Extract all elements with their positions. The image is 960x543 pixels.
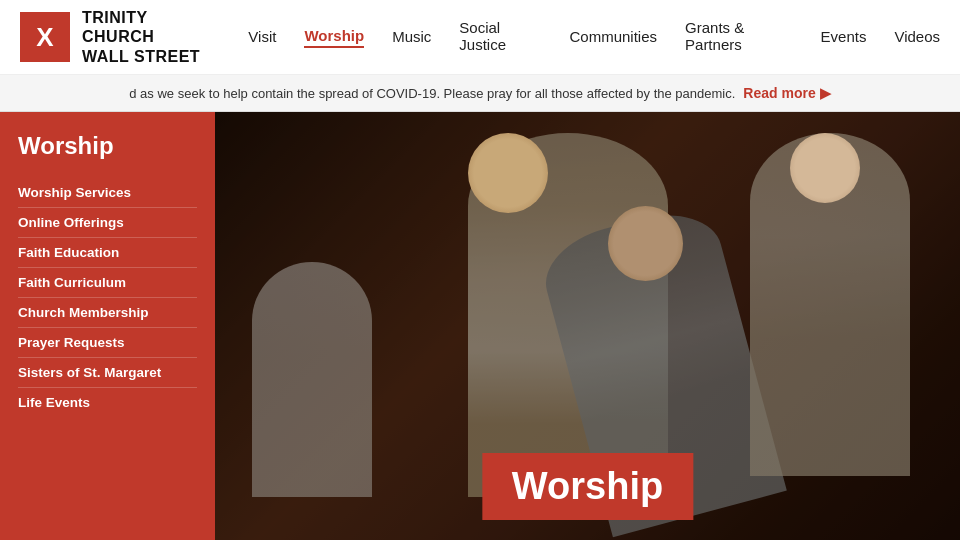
worship-sidebar: Worship Worship Services Online Offering… — [0, 112, 215, 540]
main-nav: Visit Worship Music Social Justice Commu… — [248, 19, 940, 55]
bowing-head — [608, 206, 683, 281]
sidebar-online-offerings[interactable]: Online Offerings — [18, 207, 197, 237]
nav-videos[interactable]: Videos — [894, 28, 940, 47]
hero-section: Worship — [215, 112, 960, 540]
read-more-arrow-icon: ▶ — [820, 85, 831, 101]
header: X TRINITY CHURCH WALL STREET Visit Worsh… — [0, 0, 960, 75]
nav-grants-partners[interactable]: Grants & Partners — [685, 19, 793, 55]
hero-title: Worship — [512, 465, 663, 507]
logo-line2: WALL STREET — [82, 47, 218, 66]
priest-head — [468, 133, 548, 213]
sidebar-prayer-requests[interactable]: Prayer Requests — [18, 327, 197, 357]
sidebar-faith-curriculum[interactable]: Faith Curriculum — [18, 267, 197, 297]
nav-social-justice[interactable]: Social Justice — [459, 19, 541, 55]
logo-x-icon: X — [20, 12, 70, 62]
read-more-label: Read more — [743, 85, 815, 101]
nav-worship[interactable]: Worship — [304, 27, 364, 48]
sidebar-faith-education[interactable]: Faith Education — [18, 237, 197, 267]
sidebar-title: Worship — [18, 132, 197, 160]
sidebar-life-events[interactable]: Life Events — [18, 387, 197, 417]
read-more-link[interactable]: Read more ▶ — [743, 85, 830, 101]
sidebar-church-membership[interactable]: Church Membership — [18, 297, 197, 327]
logo-area[interactable]: X TRINITY CHURCH WALL STREET — [20, 8, 218, 66]
nav-music[interactable]: Music — [392, 28, 431, 47]
hero-title-overlay: Worship — [482, 453, 693, 520]
figure-baby — [252, 262, 372, 497]
sidebar-worship-services[interactable]: Worship Services — [18, 178, 197, 207]
sidebar-sisters-st-margaret[interactable]: Sisters of St. Margaret — [18, 357, 197, 387]
nav-communities[interactable]: Communities — [570, 28, 658, 47]
nav-events[interactable]: Events — [821, 28, 867, 47]
alert-text: d as we seek to help contain the spread … — [129, 86, 735, 101]
alert-banner: d as we seek to help contain the spread … — [0, 75, 960, 112]
logo-text: TRINITY CHURCH WALL STREET — [82, 8, 218, 66]
nav-visit[interactable]: Visit — [248, 28, 276, 47]
main-content: Worship Worship Services Online Offering… — [0, 112, 960, 540]
logo-line1: TRINITY CHURCH — [82, 8, 218, 46]
right-figure-head — [790, 133, 860, 203]
